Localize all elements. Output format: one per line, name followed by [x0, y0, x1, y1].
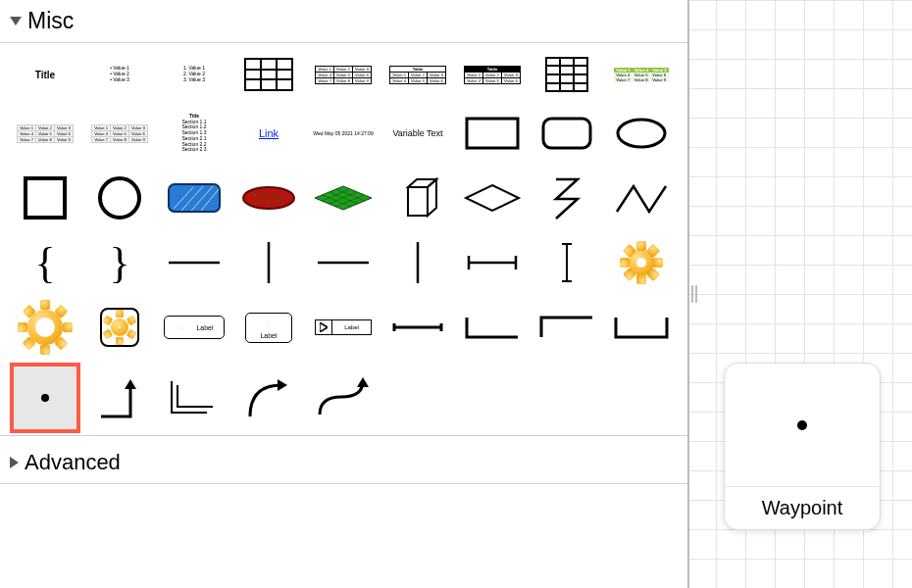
- chevron-right-icon: [10, 457, 19, 468]
- svg-marker-39: [466, 185, 519, 211]
- svg-rect-14: [25, 178, 65, 218]
- shape-table-with-title[interactable]: TableValue 1Value 2Value 3Value 4Value 5…: [382, 51, 453, 98]
- advanced-section-header[interactable]: Advanced: [10, 444, 678, 481]
- shape-s-curve-arrow[interactable]: [308, 363, 379, 433]
- shape-waypoint[interactable]: [10, 363, 80, 433]
- svg-point-54: [41, 394, 49, 402]
- divider: [0, 483, 687, 484]
- shape-diamond[interactable]: [457, 169, 528, 227]
- shape-curve-arrow[interactable]: [233, 363, 304, 433]
- shape-ellipse[interactable]: [606, 104, 677, 163]
- diagram-canvas[interactable]: Waypoint: [689, 0, 912, 588]
- shape-table-crosshatch[interactable]: [532, 51, 602, 98]
- shape-timestamp[interactable]: Wed May 05 2021 14:27:09: [308, 104, 379, 163]
- shape-zigzag-horiz[interactable]: [606, 169, 677, 227]
- shape-table-soft-2[interactable]: Value 1Value 2Value 3Value 4Value 5Value…: [84, 104, 155, 163]
- shape-table-plain[interactable]: [233, 51, 304, 98]
- palette-row: Title • Value 1 • Value 2 • Value 3 1. V…: [10, 51, 678, 98]
- gear-icon: [105, 313, 134, 342]
- shape-gear-icon[interactable]: [606, 233, 677, 292]
- svg-rect-12: [543, 119, 590, 148]
- gear-icon: [175, 319, 190, 335]
- divider: [0, 42, 687, 43]
- shape-rect[interactable]: [457, 104, 528, 163]
- shape-unordered-list[interactable]: • Value 1 • Value 2 • Value 3: [84, 51, 155, 98]
- shape-isometric-plane[interactable]: [308, 169, 379, 227]
- preview-label: Waypoint: [725, 486, 880, 529]
- shape-bracket-top[interactable]: [532, 298, 602, 357]
- svg-point-25: [280, 196, 283, 199]
- svg-point-27: [269, 201, 272, 204]
- svg-rect-11: [467, 119, 518, 148]
- shape-ordered-list[interactable]: 1. Value 1 2. Value 2 3. Value 3: [159, 51, 229, 98]
- shape-sidebar: Misc Title • Value 1 • Value 2 • Value 3…: [0, 0, 689, 588]
- gear-icon: [22, 304, 69, 351]
- shape-rounded-rect[interactable]: [532, 104, 602, 163]
- palette-row: [10, 169, 678, 227]
- svg-marker-38: [428, 179, 436, 216]
- shape-palette: Title • Value 1 • Value 2 • Value 3 1. V…: [10, 51, 678, 433]
- sidebar-resize-handle[interactable]: [689, 284, 699, 304]
- palette-row: Value 1Value 2Value 3Value 4Value 5Value…: [10, 104, 678, 163]
- svg-point-26: [259, 200, 262, 203]
- shape-bracket-left[interactable]: [457, 298, 528, 357]
- shape-sections[interactable]: Title Section 1.1 Section 1.2 Section 1.…: [159, 104, 229, 163]
- shape-line-segment[interactable]: [382, 298, 453, 357]
- svg-marker-36: [408, 187, 428, 216]
- shape-table-values[interactable]: Value 1Value 2Value 3Value 4Value 5Value…: [308, 51, 379, 98]
- shape-sketch-ellipse[interactable]: [233, 169, 304, 227]
- preview-body: [725, 364, 880, 486]
- palette-row: [10, 363, 678, 433]
- shape-square-thick[interactable]: [10, 169, 80, 227]
- shape-title[interactable]: Title: [10, 51, 80, 98]
- shape-variable-text[interactable]: Variable Text: [382, 104, 453, 163]
- misc-section-header[interactable]: Misc: [10, 6, 678, 40]
- waypoint-dot-icon: [797, 420, 807, 430]
- shape-circle-thick[interactable]: [84, 169, 155, 227]
- palette-row: { }: [10, 233, 678, 292]
- shape-play-label[interactable]: Label: [308, 298, 379, 357]
- shape-preview-tooltip: Waypoint: [724, 363, 881, 530]
- shape-hline[interactable]: [159, 233, 229, 292]
- shape-brace-right[interactable]: }: [84, 233, 155, 292]
- app-root: Misc Title • Value 1 • Value 2 • Value 3…: [0, 0, 912, 588]
- svg-point-22: [254, 194, 257, 197]
- svg-point-15: [100, 178, 139, 218]
- shape-link[interactable]: Link: [233, 104, 304, 163]
- divider: [0, 435, 687, 436]
- svg-point-28: [277, 200, 279, 203]
- shape-vline[interactable]: [233, 233, 304, 292]
- shape-pill-gear-label[interactable]: Label: [159, 298, 229, 357]
- play-icon: [320, 322, 328, 332]
- shape-gear-framed[interactable]: [84, 298, 155, 357]
- shape-dimension-line[interactable]: [457, 233, 528, 292]
- misc-section-title: Misc: [27, 8, 74, 34]
- shape-arrow-elbow[interactable]: [84, 363, 155, 433]
- shape-text-cursor[interactable]: [532, 233, 602, 292]
- chevron-down-icon: [10, 17, 22, 25]
- svg-point-21: [243, 187, 294, 209]
- shape-cube[interactable]: [382, 169, 453, 227]
- shape-sketch-rect[interactable]: [159, 169, 229, 227]
- palette-row: Label Label Label: [10, 298, 678, 357]
- shape-brace-left[interactable]: {: [10, 233, 80, 292]
- shape-hline-2[interactable]: [308, 233, 379, 292]
- gear-icon: [623, 244, 660, 281]
- svg-point-24: [272, 193, 275, 196]
- svg-point-13: [618, 120, 665, 147]
- shape-elbow-double[interactable]: [159, 363, 229, 433]
- shape-table-green[interactable]: Value 1Value 2Value 3Value 4Value 5Value…: [606, 51, 677, 98]
- shape-vline-2[interactable]: [382, 233, 453, 292]
- shape-gear-large[interactable]: [10, 298, 80, 357]
- svg-marker-50: [320, 322, 328, 332]
- shape-table-soft-1[interactable]: Value 1Value 2Value 3Value 4Value 5Value…: [10, 104, 80, 163]
- shape-zigzag-vert[interactable]: [532, 169, 602, 227]
- svg-point-23: [263, 192, 266, 195]
- shape-card-gear-label[interactable]: Label: [233, 298, 304, 357]
- shape-table-title-bold[interactable]: TableValue 1Value 2Value 3Value 4Value 5…: [457, 51, 528, 98]
- advanced-section-title: Advanced: [25, 450, 121, 475]
- shape-bracket-bottom[interactable]: [606, 298, 677, 357]
- svg-rect-0: [245, 59, 292, 90]
- gear-icon: [261, 317, 277, 332]
